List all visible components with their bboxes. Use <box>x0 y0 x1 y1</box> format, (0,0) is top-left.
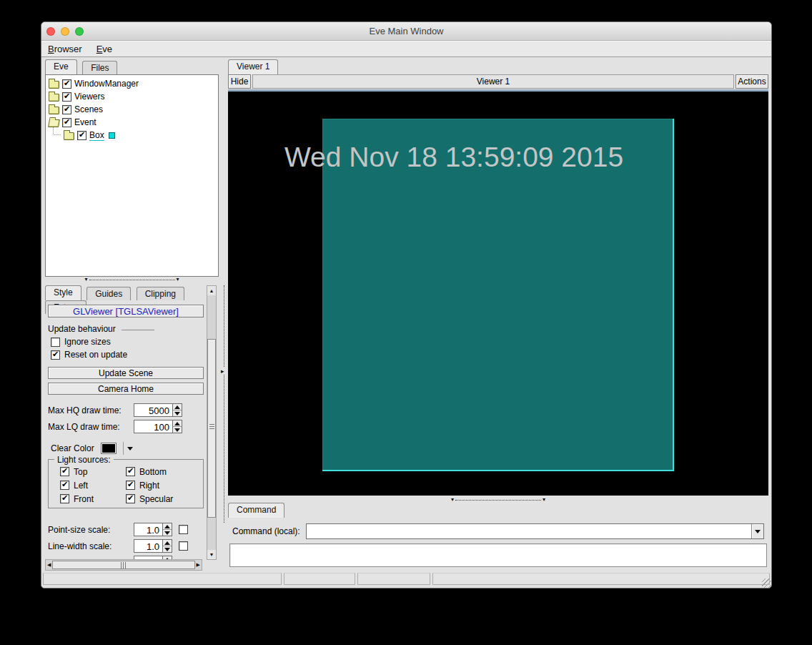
spin-down-icon[interactable] <box>163 546 172 552</box>
spinner-buttons <box>172 403 182 417</box>
max-hq-spinner[interactable]: 5000 <box>134 403 182 417</box>
splitter-dots <box>89 280 175 280</box>
scrollbar-thumb[interactable] <box>207 339 216 518</box>
titlebar[interactable]: Eve Main Window <box>41 22 771 41</box>
resize-grip-icon[interactable] <box>762 578 771 588</box>
reset-on-update-checkbox[interactable] <box>51 350 60 360</box>
scrollbar-thumb[interactable] <box>52 561 194 569</box>
clear-color-swatch[interactable] <box>101 443 117 454</box>
glviewer-header-button[interactable]: GLViewer [TGLSAViewer] <box>48 305 204 317</box>
spin-down-icon[interactable] <box>173 427 182 433</box>
tab-viewer-1[interactable]: Viewer 1 <box>228 59 278 74</box>
light-specular-checkbox[interactable] <box>126 494 135 503</box>
tree-item-event[interactable]: Event <box>49 116 218 129</box>
spin-up-icon[interactable] <box>173 404 182 410</box>
editor-vertical-scrollbar[interactable]: ▲ ▼ <box>207 285 217 560</box>
spin-down-icon[interactable] <box>163 530 172 536</box>
tab-command[interactable]: Command <box>228 503 284 518</box>
light-front-row: Front <box>60 493 126 504</box>
point-size-value[interactable]: 1.0 <box>134 523 162 536</box>
splitter-arrow-icon: ▾ <box>543 497 545 503</box>
menu-eve[interactable]: Eve <box>96 44 112 54</box>
tree-item-windowmanager[interactable]: WindowManager <box>49 77 218 90</box>
max-lq-spinner[interactable]: 100 <box>134 420 182 433</box>
command-output[interactable] <box>229 543 767 567</box>
max-hq-value[interactable]: 5000 <box>134 403 172 417</box>
horizontal-splitter[interactable]: ▾ ▾ <box>228 497 768 503</box>
horizontal-splitter[interactable]: ▾ ▾ <box>45 277 219 282</box>
point-size-spinner[interactable]: 1.0 <box>134 523 172 536</box>
scroll-left-icon[interactable]: ◀ <box>47 560 51 570</box>
light-right-checkbox[interactable] <box>126 481 135 490</box>
scene-tree: WindowManager Viewers Scenes Event <box>45 74 219 277</box>
combo-dropdown-button[interactable] <box>751 524 763 538</box>
gl-viewport[interactable]: Wed Nov 18 13:59:09 2015 <box>228 89 768 496</box>
light-top-checkbox[interactable] <box>60 467 69 476</box>
minimize-window-icon[interactable] <box>61 27 69 36</box>
scroll-down-icon[interactable]: ▼ <box>207 550 216 559</box>
tree-item-label[interactable]: Viewers <box>74 92 104 102</box>
spin-up-icon[interactable] <box>163 523 172 530</box>
line-width-checkbox[interactable] <box>179 541 188 551</box>
command-combobox[interactable] <box>306 523 764 539</box>
tree-item-label[interactable]: Box <box>89 130 104 141</box>
camera-home-button[interactable]: Camera Home <box>48 383 204 395</box>
visibility-checkbox[interactable] <box>77 131 86 140</box>
status-section <box>43 573 282 585</box>
visibility-checkbox[interactable] <box>62 92 71 102</box>
light-left-row: Left <box>60 480 126 491</box>
line-width-spinner[interactable]: 1.0 <box>134 539 172 553</box>
hide-button[interactable]: Hide <box>228 74 251 89</box>
command-input[interactable] <box>307 525 751 538</box>
status-bar <box>43 573 770 586</box>
folder-icon <box>49 94 59 102</box>
tree-item-label[interactable]: WindowManager <box>74 79 139 89</box>
visibility-checkbox[interactable] <box>62 79 71 89</box>
light-left-label: Left <box>74 481 88 491</box>
light-bottom-checkbox[interactable] <box>126 467 135 476</box>
visibility-checkbox[interactable] <box>62 118 71 127</box>
clear-color-dropdown[interactable] <box>123 442 133 455</box>
separator-line <box>122 330 154 330</box>
max-lq-row: Max LQ draw time: 100 <box>45 420 207 433</box>
light-front-checkbox[interactable] <box>60 494 69 503</box>
color-swatch-icon[interactable] <box>109 132 115 139</box>
point-size-checkbox[interactable] <box>179 525 188 534</box>
light-top-row: Top <box>60 466 126 477</box>
max-hq-row: Max HQ draw time: 5000 <box>45 403 207 417</box>
tab-guides[interactable]: Guides <box>86 287 131 300</box>
status-section <box>357 573 430 585</box>
spin-up-icon[interactable] <box>173 420 182 427</box>
tree-item-box[interactable]: Box <box>49 129 218 142</box>
vertical-splitter[interactable]: ▸ <box>220 285 228 523</box>
tab-eve[interactable]: Eve <box>45 59 77 74</box>
tab-clipping[interactable]: Clipping <box>137 287 184 300</box>
visibility-checkbox[interactable] <box>62 105 71 114</box>
tree-item-scenes[interactable]: Scenes <box>49 103 218 116</box>
scroll-right-icon[interactable]: ▶ <box>197 560 200 570</box>
tree-item-label[interactable]: Event <box>74 117 96 127</box>
spin-down-icon[interactable] <box>173 410 182 416</box>
scroll-up-icon[interactable]: ▲ <box>207 286 216 295</box>
splitter-dots <box>455 500 541 501</box>
actions-button[interactable]: Actions <box>736 74 768 89</box>
ignore-sizes-checkbox[interactable] <box>51 338 60 347</box>
spin-up-icon[interactable] <box>163 540 172 546</box>
update-behaviour-group: Update behaviour <box>48 324 207 334</box>
tree-item-label[interactable]: Scenes <box>74 104 103 114</box>
tab-style[interactable]: Style <box>45 285 81 300</box>
tab-files[interactable]: Files <box>82 61 117 74</box>
scrollbar-grip-icon <box>121 562 127 568</box>
left-panel: Eve Files WindowManager Viewers Scenes <box>45 59 219 571</box>
zoom-window-icon[interactable] <box>75 27 84 36</box>
line-width-value[interactable]: 1.0 <box>134 539 162 553</box>
close-window-icon[interactable] <box>46 27 55 36</box>
traffic-lights <box>46 27 84 36</box>
tree-item-viewers[interactable]: Viewers <box>49 90 218 103</box>
light-left-checkbox[interactable] <box>60 481 69 490</box>
editor-horizontal-scrollbar[interactable]: ◀ ▶ <box>45 559 202 571</box>
menu-browser[interactable]: Browser <box>48 44 82 54</box>
point-size-row: Point-size scale: 1.0 <box>45 523 207 536</box>
max-lq-value[interactable]: 100 <box>134 420 172 433</box>
update-scene-button[interactable]: Update Scene <box>48 367 204 379</box>
